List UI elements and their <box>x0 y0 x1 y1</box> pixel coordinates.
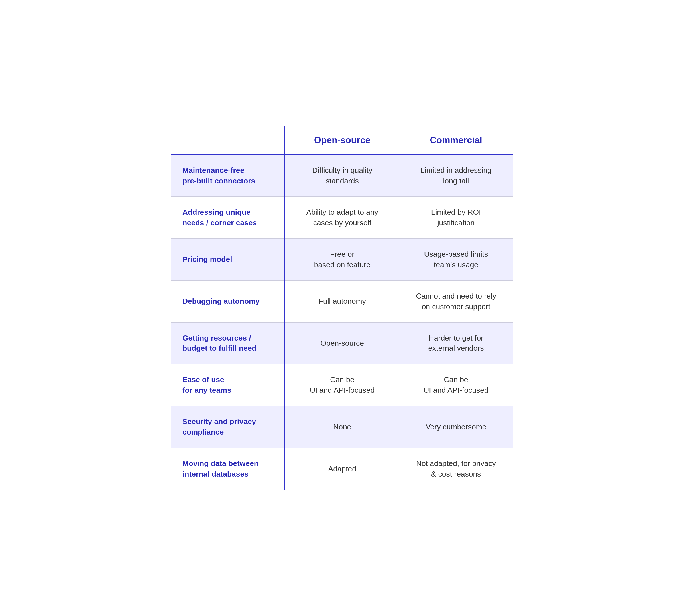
row-commercial-value: Cannot and need to rely on customer supp… <box>399 280 513 322</box>
row-opensource-value: Open-source <box>285 322 399 364</box>
row-label: Debugging autonomy <box>171 280 285 322</box>
row-opensource-value: Full autonomy <box>285 280 399 322</box>
row-opensource-value: Ability to adapt to any cases by yoursel… <box>285 197 399 238</box>
row-opensource-value: Can be UI and API-focused <box>285 364 399 406</box>
table-header: Open-source Commercial <box>171 126 513 155</box>
row-opensource-value: Free or based on feature <box>285 238 399 280</box>
row-opensource-value: None <box>285 406 399 448</box>
comparison-table: Open-source Commercial Maintenance-free … <box>171 126 513 490</box>
row-commercial-value: Very cumbersome <box>399 406 513 448</box>
row-commercial-value: Harder to get for external vendors <box>399 322 513 364</box>
row-commercial-value: Usage-based limits team's usage <box>399 238 513 280</box>
row-label: Getting resources / budget to fulfill ne… <box>171 322 285 364</box>
table-row: Addressing unique needs / corner casesAb… <box>171 197 513 238</box>
header-opensource-col: Open-source <box>285 126 399 155</box>
table-row: Pricing modelFree or based on featureUsa… <box>171 238 513 280</box>
table-row: Maintenance-free pre-built connectorsDif… <box>171 154 513 197</box>
row-commercial-value: Limited in addressing long tail <box>399 154 513 197</box>
row-label: Addressing unique needs / corner cases <box>171 197 285 238</box>
table-row: Moving data between internal databasesAd… <box>171 448 513 490</box>
header-label-col <box>171 126 285 155</box>
row-label: Security and privacy compliance <box>171 406 285 448</box>
table-row: Getting resources / budget to fulfill ne… <box>171 322 513 364</box>
row-commercial-value: Limited by ROI justification <box>399 197 513 238</box>
row-label: Maintenance-free pre-built connectors <box>171 154 285 197</box>
row-opensource-value: Adapted <box>285 448 399 490</box>
row-commercial-value: Not adapted, for privacy & cost reasons <box>399 448 513 490</box>
table-row: Security and privacy complianceNoneVery … <box>171 406 513 448</box>
table-row: Debugging autonomyFull autonomyCannot an… <box>171 280 513 322</box>
row-label: Moving data between internal databases <box>171 448 285 490</box>
row-commercial-value: Can be UI and API-focused <box>399 364 513 406</box>
row-opensource-value: Difficulty in quality standards <box>285 154 399 197</box>
table-row: Ease of use for any teamsCan be UI and A… <box>171 364 513 406</box>
row-label: Ease of use for any teams <box>171 364 285 406</box>
header-commercial-col: Commercial <box>399 126 513 155</box>
row-label: Pricing model <box>171 238 285 280</box>
